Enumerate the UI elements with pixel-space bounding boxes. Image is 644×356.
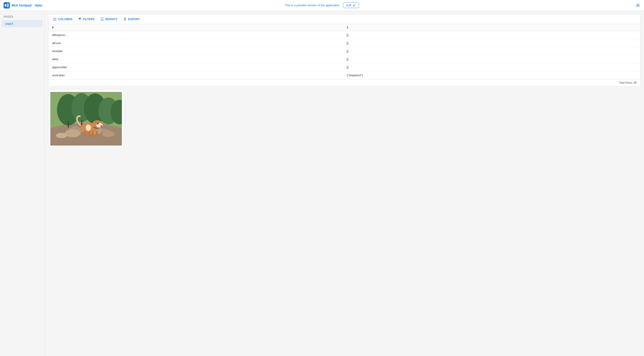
svg-point-27 (100, 125, 102, 128)
svg-point-36 (86, 124, 91, 131)
svg-point-34 (91, 135, 94, 137)
svg-point-24 (97, 123, 98, 124)
settings-button[interactable] (636, 3, 640, 8)
col-header-0: 0 (48, 24, 343, 31)
brand: MUI Toolpad Alpha (4, 2, 44, 8)
main-layout: Pages page1 COLUMNS (0, 11, 644, 356)
edit-label: Edit (346, 4, 351, 7)
svg-rect-2 (7, 3, 9, 8)
edit-button[interactable]: Edit (343, 2, 359, 8)
filters-label: FILTERS (83, 18, 95, 21)
columns-icon (53, 17, 57, 21)
table-row: airedale[] (48, 47, 640, 55)
density-button[interactable]: DENSITY (98, 16, 120, 22)
sidebar-page1-label: page1 (5, 22, 14, 25)
cell-col1: [] (343, 39, 640, 47)
export-icon (123, 17, 127, 21)
preview-text: This is a preview version of the applica… (285, 4, 340, 7)
header-center: This is a preview version of the applica… (285, 2, 359, 8)
svg-rect-16 (68, 121, 69, 128)
app-header: MUI Toolpad Alpha This is a preview vers… (0, 0, 644, 11)
cell-col1: [] (343, 31, 640, 39)
cell-col0: affenpinsc... (48, 31, 343, 39)
logo-icon (4, 2, 10, 8)
sidebar: Pages page1 (0, 11, 45, 356)
svg-rect-1 (5, 4, 6, 6)
sidebar-item-page1[interactable]: page1 (2, 20, 43, 27)
sidebar-section-title: Pages (0, 14, 44, 20)
export-label: EXPORT (128, 18, 140, 21)
cell-col0: airedale (48, 47, 343, 55)
svg-point-33 (88, 135, 91, 137)
table-row: australian["shepherd"] (48, 71, 640, 80)
columns-button[interactable]: COLUMNS (51, 16, 74, 22)
export-button[interactable]: EXPORT (121, 16, 142, 22)
app-title: MUI Toolpad (12, 3, 32, 7)
svg-point-7 (65, 129, 80, 137)
cell-col0: akita (48, 55, 343, 63)
image-container (48, 90, 124, 148)
filters-button[interactable]: FILTERS (76, 16, 96, 22)
cell-col1: [] (343, 47, 640, 55)
cell-col1: [] (343, 63, 640, 71)
svg-point-9 (56, 133, 67, 138)
col-header-1: 1 (343, 24, 640, 31)
datagrid-container: COLUMNS FILTERS DENSITY (48, 14, 640, 86)
sun-icon (636, 3, 640, 8)
svg-point-32 (84, 135, 86, 137)
filters-icon (78, 17, 82, 21)
table-row: african[] (48, 39, 640, 47)
datagrid-toolbar: COLUMNS FILTERS DENSITY (48, 14, 640, 24)
table-header-row: 0 1 (48, 24, 640, 31)
svg-point-10 (102, 131, 115, 137)
table-row: affenpinsc...[] (48, 31, 640, 39)
cell-col1: ["shepherd"] (343, 71, 640, 80)
cell-col1: [] (343, 55, 640, 63)
header-right (636, 3, 640, 8)
cell-col0: australian (48, 71, 343, 80)
main-content: COLUMNS FILTERS DENSITY (45, 11, 644, 356)
edit-pencil-icon (353, 4, 356, 7)
svg-point-35 (95, 135, 98, 137)
svg-rect-0 (4, 2, 10, 8)
table-row: akita[] (48, 55, 640, 63)
alpha-badge: Alpha (33, 4, 44, 7)
datagrid-footer: Total Rows: 98 (48, 79, 640, 86)
columns-label: COLUMNS (58, 18, 72, 21)
svg-point-25 (98, 123, 98, 124)
data-table: 0 1 affenpinsc...[]african[]airedale[]ak… (48, 24, 640, 79)
total-rows-label: Total Rows: 98 (619, 81, 636, 84)
density-label: DENSITY (105, 18, 118, 21)
dog-image (50, 92, 122, 146)
cell-col0: appenzeller (48, 63, 343, 71)
cell-col0: african (48, 39, 343, 47)
table-row: appenzeller[] (48, 63, 640, 71)
density-icon (100, 17, 104, 21)
